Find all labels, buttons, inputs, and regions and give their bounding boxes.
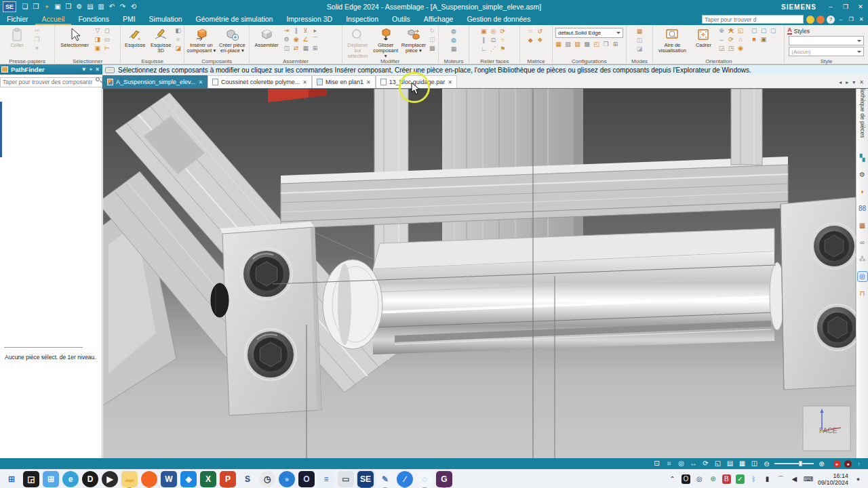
face-dots-icon[interactable]: ⁘: [498, 36, 507, 44]
curve-pattern-icon[interactable]: ↺: [536, 27, 545, 35]
redo-icon[interactable]: ↷: [118, 3, 127, 11]
sync-mode-icon[interactable]: ◪: [635, 45, 644, 53]
rotate-icon[interactable]: ⟳: [701, 460, 710, 468]
face-box-icon[interactable]: ⊡: [489, 36, 498, 44]
tools-icon[interactable]: ⚙: [858, 170, 867, 180]
config-display-icon[interactable]: ◰: [592, 40, 601, 48]
obsidian-app-icon[interactable]: O: [298, 471, 315, 487]
start-button[interactable]: ⊞: [3, 471, 20, 487]
select-button[interactable]: Sélectionner: [56, 26, 93, 56]
tray-wifi-icon[interactable]: ⌒: [776, 474, 785, 484]
pattern-edit-icon[interactable]: ▩: [428, 44, 437, 52]
box-select-icon[interactable]: ◻: [102, 26, 111, 35]
config-edit-icon[interactable]: ▨: [573, 40, 582, 48]
undo-icon[interactable]: ↶: [107, 3, 117, 11]
excel-app-icon[interactable]: X: [200, 471, 216, 487]
zoom-slider-handle[interactable]: [799, 461, 802, 466]
fence-icon[interactable]: ▭: [102, 35, 111, 43]
wrench-app-icon[interactable]: ∕: [397, 471, 413, 487]
view-area-button[interactable]: Aire de visualisation: [654, 26, 690, 56]
path-icon[interactable]: ⇄: [292, 44, 300, 52]
save-as-icon[interactable]: ❒: [64, 3, 73, 11]
record-play-button[interactable]: ▸: [833, 460, 841, 468]
zoom-area-icon[interactable]: ⌗: [665, 460, 673, 468]
copy-icon[interactable]: ❐: [33, 35, 41, 43]
record-stop-button[interactable]: ●: [844, 460, 852, 468]
gear-rel-icon[interactable]: ⚙: [282, 35, 291, 43]
zoom-in-button[interactable]: ⊕: [817, 460, 826, 468]
config-link-icon[interactable]: ⊞: [611, 40, 620, 48]
config-zone-icon[interactable]: ▩: [583, 40, 591, 48]
config-open-icon[interactable]: ▧: [564, 40, 572, 48]
menu-tab-outils[interactable]: Outils: [385, 14, 417, 25]
zoom-plus-icon[interactable]: ⊕: [717, 26, 726, 35]
view-b-icon[interactable]: ◳: [726, 44, 735, 52]
fit-button[interactable]: Cadrer: [690, 26, 717, 56]
rotate-part-icon[interactable]: ↻: [428, 26, 437, 35]
tab-close-icon[interactable]: ✕: [448, 79, 452, 85]
config-save-icon[interactable]: ▦: [554, 40, 563, 48]
pattern-icon[interactable]: ⁙: [526, 27, 535, 35]
grid-icon[interactable]: ⌗: [174, 35, 182, 43]
wireframe-cube-icon[interactable]: ▢: [749, 26, 758, 35]
pin-icon[interactable]: ⌖: [42, 3, 52, 11]
clock-app-icon[interactable]: ◷: [259, 471, 275, 487]
taskbar-clock[interactable]: 16:14 09/10/2024: [818, 472, 848, 486]
media-player-app-icon[interactable]: ▶: [102, 471, 118, 487]
restore-icon[interactable]: ❐: [838, 1, 853, 13]
simplify-mode-icon[interactable]: ▦: [635, 27, 644, 35]
look-at-icon[interactable]: ◱: [713, 460, 722, 468]
store-app-icon[interactable]: ⊞: [43, 471, 59, 487]
notes-app-icon[interactable]: ≡: [318, 471, 334, 487]
firefox-app-icon[interactable]: [141, 471, 157, 487]
minimize-icon[interactable]: –: [823, 1, 838, 13]
common-views-icon[interactable]: ▤: [726, 460, 734, 468]
match-icon[interactable]: ▦: [301, 44, 310, 52]
feedback-negative-icon[interactable]: [816, 16, 825, 24]
model-mode-icon[interactable]: ◫: [635, 36, 644, 44]
pf-pin-icon[interactable]: ⌖: [90, 66, 93, 73]
rotate-view-icon[interactable]: 🟊: [726, 26, 735, 35]
camera-icon[interactable]: ◉: [736, 44, 745, 52]
face-align-icon[interactable]: ◎: [489, 27, 498, 35]
fit-view-icon[interactable]: ⊡: [652, 460, 661, 468]
angle-icon[interactable]: ∠: [301, 35, 310, 43]
tab-close-icon[interactable]: ✕: [859, 79, 864, 85]
notification-bell-icon[interactable]: ●: [854, 474, 863, 484]
tray-defender-icon[interactable]: ✓: [736, 474, 745, 484]
tray-bluetooth-icon[interactable]: ᛒ: [749, 474, 758, 484]
model-viewport[interactable]: FACE: [103, 89, 856, 458]
ribbon-close-icon[interactable]: ✕: [857, 16, 865, 24]
word-app-icon[interactable]: W: [161, 471, 177, 487]
menu-tab-gestion[interactable]: Gestion de données: [460, 14, 537, 25]
filter-icon[interactable]: ▽: [93, 26, 102, 35]
tray-target-icon[interactable]: ◎: [695, 474, 704, 484]
upload-button[interactable]: ↑: [855, 460, 863, 468]
drag-component-button[interactable]: Glisser composant ▾: [372, 26, 399, 56]
target-app-icon[interactable]: ◌: [416, 471, 433, 487]
tab-close-icon[interactable]: ✕: [302, 79, 307, 85]
face-corner-icon[interactable]: ∟: [479, 45, 488, 53]
link-icon[interactable]: ∞: [858, 238, 867, 247]
face-style-dropdown[interactable]: (Aucun): [789, 47, 864, 56]
plane-icon[interactable]: ◧: [174, 26, 182, 35]
doc-tab-coussinet[interactable]: Coussinet colerette polyme... ✕: [208, 75, 312, 88]
edge-app-icon[interactable]: e: [62, 471, 79, 487]
menu-tab-accueil[interactable]: Accueil: [35, 14, 72, 25]
mirror-part-icon[interactable]: ◫: [428, 35, 437, 43]
menu-tab-impression3d[interactable]: Impression 3D: [279, 14, 339, 25]
explorer-app-icon[interactable]: ▬: [121, 471, 138, 487]
tray-keyboard-icon[interactable]: ⌨: [804, 474, 812, 484]
s-swirl-app-icon[interactable]: S: [239, 471, 256, 487]
window-layout-icon[interactable]: ◫: [750, 460, 759, 468]
command-search-input[interactable]: [702, 15, 804, 24]
zoom-slider[interactable]: [774, 463, 814, 464]
view-cube[interactable]: FACE: [803, 406, 850, 451]
terminal-app-icon[interactable]: ◲: [23, 471, 39, 487]
layer-icon[interactable]: ◪: [174, 44, 182, 52]
sketch-3d-button[interactable]: Esquisse 3D: [148, 26, 174, 56]
center-icon[interactable]: ◉: [292, 35, 300, 43]
new-document-icon[interactable]: ❏: [20, 3, 30, 11]
rotary-motor-icon[interactable]: ◍: [449, 27, 458, 35]
spin-view-icon[interactable]: ⟳: [726, 35, 735, 43]
